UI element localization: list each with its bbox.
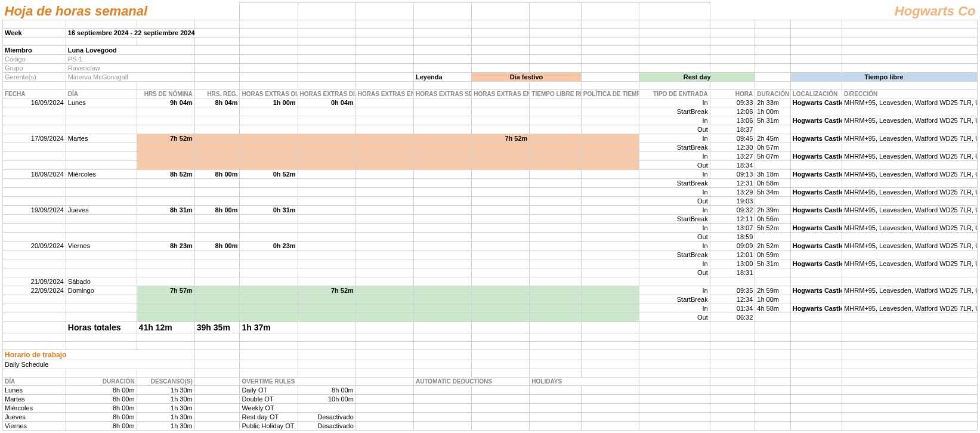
- member-label: Miembro: [3, 45, 66, 54]
- legend-restday: Rest day: [639, 72, 755, 81]
- entry-type: StartBreak: [639, 250, 710, 259]
- entry-type: In: [639, 134, 710, 143]
- entry-type: In: [639, 223, 710, 232]
- entry-type: In: [639, 116, 710, 125]
- week-label: Week: [3, 28, 66, 37]
- date-cell: 18/09/2024: [3, 169, 66, 178]
- schedule-title: Horario de trabajo: [3, 350, 195, 360]
- entry-type: Out: [639, 232, 710, 241]
- company-name: Hogwarts Co: [710, 3, 977, 20]
- entry-type: StartBreak: [639, 178, 710, 187]
- date-cell: 20/09/2024: [3, 241, 66, 250]
- week-range: 16 septiembre 2024 - 22 septiembre 2024: [66, 28, 240, 37]
- day-name: Domingo: [66, 286, 137, 295]
- entry-type: Out: [639, 160, 710, 169]
- entry-type: In: [639, 286, 710, 295]
- day-name: Miércoles: [66, 169, 137, 178]
- entry-type: In: [639, 187, 710, 196]
- legend-timeoff: Tiempo libre: [790, 72, 977, 81]
- date-cell: 21/09/2024: [3, 277, 66, 286]
- day-name: Viernes: [66, 241, 137, 250]
- legend-holiday: Día festivo: [472, 72, 582, 81]
- entry-type: In: [639, 98, 710, 107]
- date-cell: 22/09/2024: [3, 286, 66, 295]
- day-name: Jueves: [66, 205, 137, 214]
- entry-type: In: [639, 259, 710, 268]
- entry-type: In: [639, 304, 710, 313]
- day-name: Martes: [66, 134, 137, 143]
- entry-type: StartBreak: [639, 107, 710, 116]
- entry-type: In: [639, 169, 710, 178]
- entry-type: Out: [639, 196, 710, 205]
- page-title: Hoja de horas semanal: [3, 3, 240, 20]
- timesheet-grid: Hoja de horas semanalHogwarts CoWeek16 s…: [2, 2, 978, 431]
- entry-type: Out: [639, 268, 710, 277]
- legend-title: Leyenda: [413, 72, 471, 81]
- member-group: Ravenclaw: [66, 63, 194, 72]
- day-name: Lunes: [66, 98, 137, 107]
- entry-type: StartBreak: [639, 143, 710, 151]
- date-cell: 16/09/2024: [3, 98, 66, 107]
- schedule-subtitle: Daily Schedule: [3, 360, 195, 369]
- totals-label: Horas totales: [66, 321, 137, 333]
- entry-type: StartBreak: [639, 295, 710, 304]
- entry-type: StartBreak: [639, 214, 710, 223]
- member-code: PS-1: [66, 54, 194, 63]
- member-manager: Minerva McGonagall: [66, 72, 194, 81]
- member-name: Luna Lovegood: [66, 45, 194, 54]
- day-name: Sábado: [66, 277, 137, 286]
- entry-type: In: [639, 205, 710, 214]
- entry-type: In: [639, 241, 710, 250]
- entry-type: In: [639, 151, 710, 160]
- entry-type: Out: [639, 313, 710, 321]
- entry-type: Out: [639, 125, 710, 134]
- date-cell: 19/09/2024: [3, 205, 66, 214]
- date-cell: 17/09/2024: [3, 134, 66, 143]
